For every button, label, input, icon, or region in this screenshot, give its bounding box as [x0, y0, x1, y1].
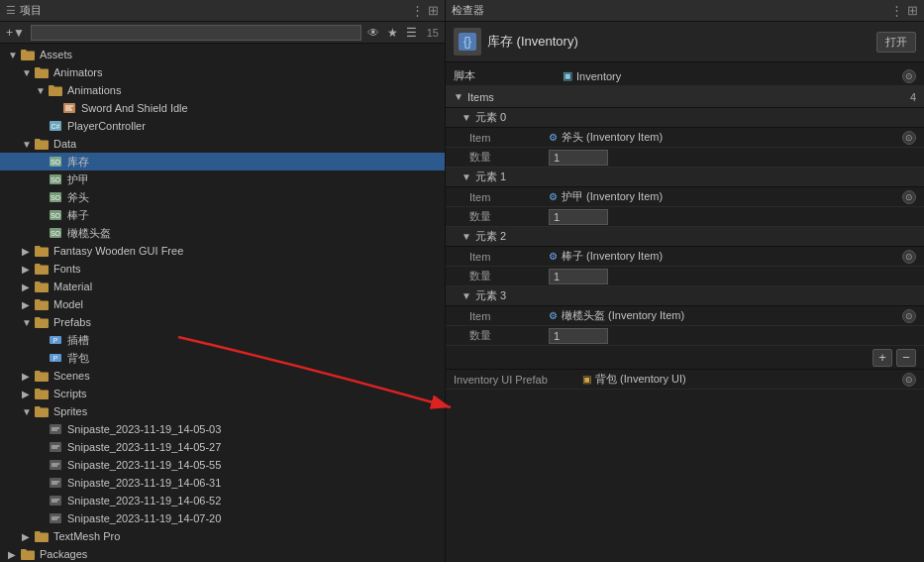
- qty-label-0: 数量: [469, 150, 549, 165]
- qty-input-3[interactable]: [549, 328, 608, 344]
- tree-item-fonts[interactable]: ▶Fonts: [0, 260, 445, 278]
- tree-item-model[interactable]: ▶Model: [0, 295, 445, 313]
- panel-menu-btn[interactable]: ⋮: [411, 3, 424, 18]
- items-count: 4: [910, 91, 916, 103]
- star-btn[interactable]: ★: [385, 26, 400, 40]
- tree-item-lantouhukui[interactable]: SO橄榄头盔: [0, 224, 445, 242]
- tree-item-kucun[interactable]: SO库存: [0, 153, 445, 170]
- inspector-title-row: {} 库存 (Inventory) 打开: [446, 22, 924, 62]
- tree-arrow-prefabs: ▼: [22, 317, 34, 328]
- tree-item-snipaste5[interactable]: Snipaste_2023-11-19_14-06-52: [0, 492, 445, 509]
- qty-input-2[interactable]: [549, 269, 608, 284]
- element-label-1: 元素 1: [475, 169, 506, 184]
- tree-item-snipaste2[interactable]: Snipaste_2023-11-19_14-05-27: [0, 438, 445, 456]
- eye-btn[interactable]: 👁: [365, 26, 381, 40]
- element-label-2: 元素 2: [475, 229, 506, 244]
- project-panel-title: 项目: [20, 3, 42, 18]
- tree-label-data: Data: [53, 138, 76, 150]
- element-header-0: ▼元素 0: [446, 108, 924, 128]
- tree-item-scripts[interactable]: ▶Scripts: [0, 385, 445, 402]
- item-circle-btn-1[interactable]: ⊙: [902, 190, 916, 204]
- item-value-text-3: 橄榄头盔 (Inventory Item): [562, 308, 684, 323]
- tree-label-snipaste1: Snipaste_2023-11-19_14-05-03: [67, 423, 221, 435]
- tree-arrow-fonts: ▶: [22, 264, 34, 275]
- svg-text:SO: SO: [51, 230, 61, 237]
- inspector-title: 检查器: [452, 3, 484, 18]
- svg-rect-32: [50, 496, 61, 506]
- folder-icon-data: [34, 136, 50, 152]
- tree-item-fantasy[interactable]: ▶Fantasy Wooden GUI Free: [0, 242, 445, 260]
- svg-text:{}: {}: [463, 35, 471, 49]
- tree-item-beibao[interactable]: P背包: [0, 349, 445, 367]
- tree-item-player-controller[interactable]: C#PlayerController: [0, 117, 445, 135]
- qty-input-0[interactable]: [549, 150, 608, 166]
- svg-text:P: P: [53, 337, 58, 344]
- tree-label-snipaste5: Snipaste_2023-11-19_14-06-52: [67, 495, 221, 506]
- qty-input-1[interactable]: [549, 209, 608, 225]
- tree-item-snipaste1[interactable]: Snipaste_2023-11-19_14-05-03: [0, 420, 445, 438]
- tree-item-futou[interactable]: SO斧头: [0, 188, 445, 206]
- tree-item-prefabs[interactable]: ▼Prefabs: [0, 313, 445, 331]
- svg-text:SO: SO: [51, 194, 61, 201]
- add-btn[interactable]: +▼: [4, 26, 27, 40]
- tree-arrow-data: ▼: [22, 139, 34, 150]
- img-icon-snipaste3: [48, 457, 63, 473]
- tree-item-snipaste6[interactable]: Snipaste_2023-11-19_14-07-20: [0, 509, 445, 527]
- item-label-3: Item: [469, 310, 549, 322]
- prefab-ref-icon: ▣: [582, 374, 591, 385]
- tree-label-snipaste3: Snipaste_2023-11-19_14-05-55: [67, 459, 221, 471]
- script-row: 脚本 ▣ Inventory ⊙: [446, 66, 924, 86]
- qty-label-1: 数量: [469, 209, 549, 224]
- anim-icon-sword-idle: [61, 100, 77, 116]
- item-circle-btn-2[interactable]: ⊙: [902, 250, 916, 264]
- add-element-btn[interactable]: +: [873, 349, 892, 367]
- tree-item-snipaste3[interactable]: Snipaste_2023-11-19_14-05-55: [0, 456, 445, 474]
- tree-arrow-assets: ▼: [8, 50, 20, 60]
- item-circle-btn-0[interactable]: ⊙: [902, 131, 916, 145]
- tree-item-chacao[interactable]: P插槽: [0, 331, 445, 349]
- tree-label-prefabs: Prefabs: [53, 316, 91, 328]
- open-button[interactable]: 打开: [876, 32, 916, 53]
- data-icon-bangzi: SO: [48, 207, 63, 223]
- tree-item-assets[interactable]: ▼Assets: [0, 46, 445, 63]
- inspector-body: 脚本 ▣ Inventory ⊙ ▼ Items 4 ▼元素 0 Item ⚙ …: [446, 62, 924, 562]
- left-panel-header: ☰ 项目 ⋮ ⊞: [0, 0, 445, 22]
- prefab-value-text: 背包 (Inventory UI): [595, 372, 686, 387]
- tree-item-packages[interactable]: ▶Packages: [0, 545, 445, 562]
- folder-icon-model: [34, 296, 50, 312]
- tree-item-sprites[interactable]: ▼Sprites: [0, 402, 445, 420]
- tree-arrow-textmesh: ▶: [22, 531, 34, 542]
- tree-item-snipaste4[interactable]: Snipaste_2023-11-19_14-06-31: [0, 474, 445, 492]
- tree-label-hujia: 护甲: [67, 172, 89, 187]
- search-input[interactable]: [31, 25, 361, 41]
- folder-icon-scenes: [34, 368, 50, 384]
- inspector-dots-btn[interactable]: ⋮: [890, 3, 903, 18]
- item-circle-btn-3[interactable]: ⊙: [902, 309, 916, 323]
- tree-item-material[interactable]: ▶Material: [0, 278, 445, 295]
- tree-item-hujia[interactable]: SO护甲: [0, 170, 445, 188]
- folder-icon-prefabs: [34, 314, 50, 330]
- script-circle-btn[interactable]: ⊙: [902, 69, 916, 83]
- tree-label-futou: 斧头: [67, 190, 89, 205]
- tree-item-data[interactable]: ▼Data: [0, 135, 445, 153]
- tree-item-animators[interactable]: ▼Animators: [0, 63, 445, 81]
- panel-lock-btn[interactable]: ⊞: [428, 3, 439, 18]
- script-label: 脚本: [454, 68, 563, 83]
- tree-item-bangzi[interactable]: SO棒子: [0, 206, 445, 224]
- folder-icon-fonts: [34, 261, 50, 277]
- svg-rect-26: [50, 460, 61, 470]
- svg-text:C#: C#: [51, 123, 60, 130]
- prefab-circle-btn[interactable]: ⊙: [902, 373, 916, 387]
- tree-item-animations[interactable]: ▼Animations: [0, 81, 445, 99]
- filter-btn[interactable]: ☰: [404, 26, 419, 40]
- element-label-0: 元素 0: [475, 110, 506, 125]
- tree-item-sword-idle[interactable]: Sword And Shield Idle: [0, 99, 445, 117]
- tree-label-animators: Animators: [53, 66, 103, 78]
- remove-element-btn[interactable]: −: [896, 349, 916, 367]
- data-icon-kucun: SO: [48, 154, 63, 169]
- tree-item-textmesh[interactable]: ▶TextMesh Pro: [0, 527, 445, 545]
- qty-value-1: [549, 209, 916, 225]
- inspector-lock-btn[interactable]: ⊞: [907, 3, 918, 18]
- tree-item-scenes[interactable]: ▶Scenes: [0, 367, 445, 385]
- tree-label-fonts: Fonts: [53, 263, 81, 275]
